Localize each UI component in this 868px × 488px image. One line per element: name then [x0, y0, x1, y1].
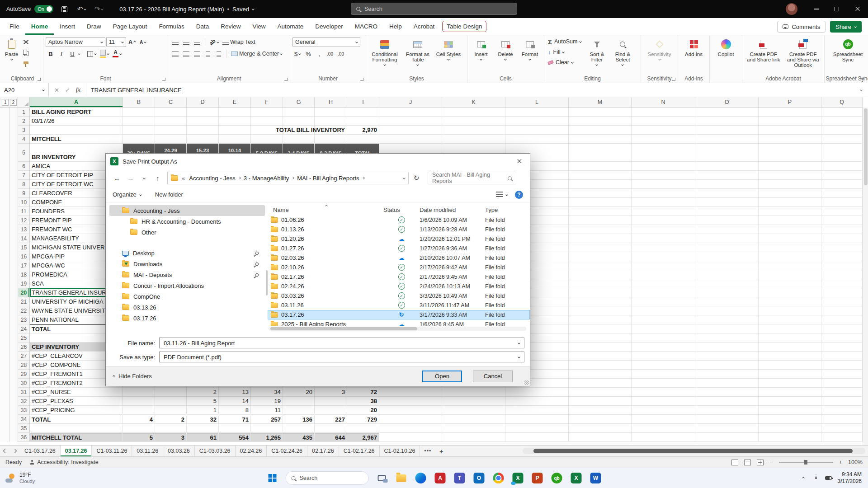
cell-I2[interactable]: [347, 117, 379, 126]
column-name[interactable]: Name: [268, 206, 383, 213]
format-painter-button[interactable]: [21, 59, 31, 69]
row-header-24[interactable]: 24: [18, 324, 30, 333]
cell-B35[interactable]: [123, 424, 155, 433]
cell-M15[interactable]: [569, 243, 632, 252]
cell-A36[interactable]: MITCHELL TOTAL: [30, 433, 123, 442]
cell-C2[interactable]: [155, 117, 187, 126]
column-header-G[interactable]: G: [283, 97, 315, 107]
cell-O12[interactable]: [695, 216, 759, 225]
cell-N12[interactable]: [632, 216, 695, 225]
address-bar[interactable]: « Accounting - Jess3 - ManageAbilityMAI …: [167, 172, 409, 184]
cell-M22[interactable]: [569, 306, 632, 315]
cell-G31[interactable]: 20: [283, 388, 315, 397]
cell-O20[interactable]: [695, 288, 759, 297]
copy-button[interactable]: [21, 48, 31, 58]
enter-entry-icon[interactable]: ✓: [65, 87, 70, 94]
cell-I31[interactable]: 72: [347, 388, 379, 397]
row-header-3[interactable]: 3: [18, 126, 30, 135]
ribbon-tab-review[interactable]: Review: [215, 18, 246, 35]
cell-D2[interactable]: [187, 117, 219, 126]
page-break-view-button[interactable]: [757, 460, 764, 465]
cell-A35[interactable]: [30, 424, 123, 433]
cell-D34[interactable]: 32: [187, 415, 219, 424]
cell-J35[interactable]: [379, 424, 442, 433]
recent-locations-button[interactable]: [138, 172, 150, 184]
cell-Q28[interactable]: [821, 361, 863, 370]
cell-M35[interactable]: [569, 424, 632, 433]
sort-filter-button[interactable]: Sort & Filter: [585, 37, 609, 75]
zoom-in-button[interactable]: +: [839, 459, 842, 465]
share-button[interactable]: Share: [830, 21, 862, 33]
ribbon-tab-table-design[interactable]: Table Design: [442, 21, 486, 32]
row-header-21[interactable]: 21: [18, 297, 30, 306]
cell-M30[interactable]: [569, 379, 632, 388]
row-header-16[interactable]: 16: [18, 252, 30, 261]
row-header-19[interactable]: 19: [18, 279, 30, 288]
taskbar-quickbooks-icon[interactable]: [551, 472, 563, 484]
cell-Q23[interactable]: [821, 315, 863, 324]
cell-Q24[interactable]: [821, 324, 863, 333]
italic-button[interactable]: I: [57, 49, 66, 59]
cell-P25[interactable]: [759, 333, 821, 343]
cell-M29[interactable]: [569, 370, 632, 379]
cell-C1[interactable]: [155, 108, 187, 117]
change-view-button[interactable]: [496, 192, 508, 197]
cell-Q35[interactable]: [821, 424, 863, 433]
cell-P19[interactable]: [759, 279, 821, 288]
font-name-combo[interactable]: Aptos Narrow: [46, 37, 105, 47]
align-bottom-button[interactable]: [192, 37, 202, 47]
cell-M7[interactable]: [569, 171, 632, 180]
sheet-tab-03-03-26[interactable]: 03.03.26: [163, 446, 195, 456]
cell-M28[interactable]: [569, 361, 632, 370]
cell-C33[interactable]: [155, 406, 187, 415]
percent-button[interactable]: %: [303, 49, 313, 59]
cell-N1[interactable]: [632, 108, 695, 117]
cell-L33[interactable]: [505, 406, 569, 415]
cell-L36[interactable]: [505, 433, 569, 442]
row-header-26[interactable]: 26: [18, 343, 30, 352]
cell-J31[interactable]: [379, 388, 442, 397]
row-header-29[interactable]: 29: [18, 370, 30, 379]
cell-J33[interactable]: [379, 406, 442, 415]
cell-A34[interactable]: TOTAL: [30, 415, 123, 424]
cell-G32[interactable]: [283, 397, 315, 406]
cell-D31[interactable]: 2: [187, 388, 219, 397]
taskbar-file-explorer-icon[interactable]: [395, 472, 408, 484]
cell-O34[interactable]: [695, 415, 759, 424]
cell-P18[interactable]: [759, 270, 821, 279]
row-header-36[interactable]: 36: [18, 433, 30, 442]
cell-N26[interactable]: [632, 343, 695, 352]
cell-P5[interactable]: [759, 144, 821, 162]
cell-O31[interactable]: [695, 388, 759, 397]
alignment-launcher[interactable]: [284, 78, 288, 81]
cell-O35[interactable]: [695, 424, 759, 433]
cell-N21[interactable]: [632, 297, 695, 306]
column-header-F[interactable]: F: [251, 97, 283, 107]
cell-O33[interactable]: [695, 406, 759, 415]
row-header-12[interactable]: 12: [18, 216, 30, 225]
formula-input[interactable]: TRANSIT GENERAL INSURANCE: [86, 83, 854, 97]
cell-M3[interactable]: [569, 126, 632, 135]
zoom-slider-thumb[interactable]: [804, 460, 807, 465]
increase-indent-button[interactable]: [214, 49, 224, 59]
accounting-format-button[interactable]: $: [292, 49, 302, 59]
cell-F34[interactable]: 257: [251, 415, 283, 424]
cell-E32[interactable]: 14: [219, 397, 251, 406]
cell-M23[interactable]: [569, 315, 632, 324]
cell-N14[interactable]: [632, 234, 695, 243]
hide-folders-button[interactable]: Hide Folders: [113, 373, 152, 380]
cell-G2[interactable]: [283, 117, 315, 126]
outline-level-2-button[interactable]: 2: [10, 99, 17, 106]
column-header-H[interactable]: H: [315, 97, 347, 107]
cell-G36[interactable]: 435: [283, 433, 315, 442]
cell-F2[interactable]: [251, 117, 283, 126]
row-header-15[interactable]: 15: [18, 243, 30, 252]
cell-O21[interactable]: [695, 297, 759, 306]
cell-K31[interactable]: [442, 388, 505, 397]
cell-O3[interactable]: [695, 126, 759, 135]
row-header-35[interactable]: 35: [18, 424, 30, 433]
cell-O19[interactable]: [695, 279, 759, 288]
cell-O15[interactable]: [695, 243, 759, 252]
cell-B31[interactable]: [123, 388, 155, 397]
cell-G4[interactable]: [283, 135, 315, 144]
